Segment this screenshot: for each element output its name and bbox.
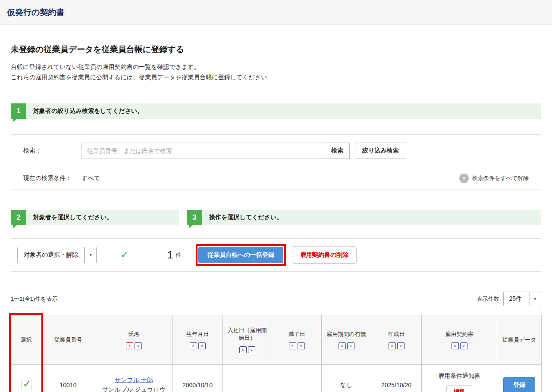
clear-search-conditions-button[interactable]: ✕ 検索条件をすべて解除 <box>459 174 529 183</box>
cell-employee-number: 10010 <box>41 364 95 392</box>
selected-count-unit: 件 <box>176 251 181 259</box>
action-panel: 対象者の選択・解除 ▼ ✓ 1 件 従業員台帳への一括登録 雇用契約書の削除 <box>11 238 541 272</box>
sort-asc-icon[interactable]: ∧ <box>389 342 396 349</box>
register-employee-button[interactable]: 登録 <box>503 377 535 392</box>
results-info-row: 1〜1(全1)件を表示 表示件数 25件 ▼ <box>11 292 541 306</box>
sort-asc-icon[interactable]: ∧ <box>239 346 247 353</box>
sort-desc-icon[interactable]: ∨ <box>198 342 206 349</box>
header-employee-number-label: 従業員番号 <box>54 336 82 343</box>
delete-contract-button[interactable]: 雇用契約書の削除 <box>292 246 357 264</box>
header-select-label: 選択 <box>21 336 32 343</box>
section-heading: 未登録の従業員データを従業員台帳に登録する <box>11 44 541 55</box>
selected-count: 1 <box>167 250 173 260</box>
cell-expiry-date <box>272 364 322 392</box>
header-employee-data: 従業員データ <box>497 315 542 364</box>
header-employee-number: 従業員番号 <box>41 315 95 364</box>
search-label: 検索： <box>23 147 82 155</box>
select-deselect-dropdown-label: 対象者の選択・解除 <box>17 247 85 263</box>
step2-bar: 2 対象者を選択してください。 <box>11 210 179 225</box>
bulk-register-button[interactable]: 従業員台帳への一括登録 <box>198 247 283 263</box>
header-name: 氏名 ∧ ∨ <box>95 315 173 364</box>
sort-controls-birth-date: ∧ ∨ <box>176 342 220 349</box>
current-condition-label: 現在の検索条件： <box>23 174 82 182</box>
step3-bar: 3 操作を選択してください。 <box>187 210 541 225</box>
row-checkbox[interactable]: ✓ <box>21 380 31 390</box>
header-created-date-label: 作成日 <box>374 330 419 338</box>
sort-asc-icon[interactable]: ∧ <box>452 342 459 349</box>
sort-desc-icon[interactable]: ∨ <box>135 342 142 349</box>
contract-doc-name: 雇用条件通知書 <box>424 372 494 380</box>
filter-search-button[interactable]: 絞り込み検索 <box>355 143 406 159</box>
sort-desc-icon[interactable]: ∨ <box>347 342 354 349</box>
chevron-down-icon[interactable]: ▼ <box>529 292 541 306</box>
contracts-table: 選択 従業員番号 氏名 ∧ ∨ 生年月日 <box>11 315 542 392</box>
per-page-control: 表示件数 25件 ▼ <box>477 292 541 306</box>
sort-asc-icon[interactable]: ∧ <box>339 342 346 349</box>
header-expiry-date-label: 満了日 <box>275 330 319 338</box>
sort-desc-icon[interactable]: ∨ <box>248 346 255 353</box>
cell-contract-doc: 雇用条件通知書 編集 <box>422 364 497 392</box>
select-deselect-dropdown[interactable]: 対象者の選択・解除 ▼ <box>17 247 97 263</box>
sort-controls-name: ∧ ∨ <box>98 342 170 349</box>
cell-employment-period: なし <box>322 364 371 392</box>
sort-controls-employment-period: ∧ ∨ <box>324 342 368 349</box>
header-created-date: 作成日 ∧ ∨ <box>371 315 422 364</box>
chevron-down-icon[interactable]: ▼ <box>85 247 97 263</box>
sort-controls-hire-date: ∧ ∨ <box>225 346 269 353</box>
step3-label: 操作を選択してください。 <box>202 210 282 225</box>
per-page-dropdown[interactable]: 25件 ▼ <box>503 292 541 306</box>
sort-asc-icon[interactable]: ∧ <box>190 342 197 349</box>
current-condition-row: 現在の検索条件： すべて ✕ 検索条件をすべて解除 <box>11 167 541 190</box>
cell-hire-date <box>223 364 272 392</box>
header-employee-data-label: 従業員データ <box>502 336 536 343</box>
bulk-register-annotation-box: 従業員台帳への一括登録 <box>196 244 286 266</box>
header-contract-doc: 雇用契約書 ∧ ∨ <box>422 315 497 364</box>
header-expiry-date: 満了日 ∧ ∨ <box>272 315 322 364</box>
clear-circle-x-icon: ✕ <box>459 174 469 183</box>
header-hire-date-label: 入社日（雇用開始日） <box>225 327 269 342</box>
cell-birth-date: 2000/10/10 <box>173 364 223 392</box>
employee-name-link[interactable]: サンプル 十郎 <box>115 376 153 383</box>
header-hire-date: 入社日（雇用開始日） ∧ ∨ <box>223 315 272 364</box>
sort-desc-icon[interactable]: ∨ <box>298 342 305 349</box>
header-employment-period: 雇用期間の有無 ∧ ∨ <box>322 315 371 364</box>
main-content: 未登録の従業員データを従業員台帳に登録する 台帳に登録されていない従業員の雇用契… <box>0 44 552 392</box>
search-button[interactable]: 検索 <box>325 143 350 159</box>
search-input[interactable] <box>82 143 325 159</box>
selection-check-icon: ✓ <box>120 250 128 260</box>
header-employment-period-label: 雇用期間の有無 <box>324 330 368 338</box>
section-description: 台帳に登録されていない従業員の雇用契約書の一覧を確認できます。 これらの雇用契約… <box>11 62 541 83</box>
steps-row: 2 対象者を選択してください。 3 操作を選択してください。 <box>11 210 541 225</box>
search-panel: 検索： 検索 絞り込み検索 現在の検索条件： すべて ✕ 検索条件をすべて解除 <box>11 134 541 190</box>
header-contract-doc-label: 雇用契約書 <box>424 330 494 338</box>
results-range-text: 1〜1(全1)件を表示 <box>11 295 58 303</box>
contracts-table-wrap: 選択 従業員番号 氏名 ∧ ∨ 生年月日 <box>11 315 541 392</box>
page-header: 仮発行の契約書 <box>0 0 552 25</box>
search-row: 検索： 検索 絞り込み検索 <box>11 135 541 167</box>
step2-label: 対象者を選択してください。 <box>26 210 113 225</box>
step1-label: 対象者の絞り込み検索をしてください。 <box>26 103 143 119</box>
description-line-1: 台帳に登録されていない従業員の雇用契約書の一覧を確認できます。 <box>11 62 541 72</box>
edit-contract-button[interactable]: 編集 <box>446 385 472 392</box>
step3-number-badge: 3 <box>187 210 202 225</box>
cell-select: ✓ <box>11 364 41 392</box>
current-condition-value: すべて <box>82 174 100 182</box>
search-input-group: 検索 <box>82 143 350 159</box>
cell-name: サンプル 十郎 サンルプル ジュウロウ <box>95 364 173 392</box>
step1-bar: 1 対象者の絞り込み検索をしてください。 <box>11 103 541 119</box>
sort-controls-contract-doc: ∧ ∨ <box>424 342 494 349</box>
header-birth-date: 生年月日 ∧ ∨ <box>173 315 223 364</box>
step2-number-badge: 2 <box>11 210 26 225</box>
sort-controls-expiry-date: ∧ ∨ <box>275 342 319 349</box>
table-row: ✓ 10010 サンプル 十郎 サンルプル ジュウロウ 2000/10/10 な… <box>11 364 542 392</box>
sort-asc-icon[interactable]: ∧ <box>126 342 133 349</box>
sort-controls-created-date: ∧ ∨ <box>374 342 419 349</box>
sort-asc-icon[interactable]: ∧ <box>289 342 296 349</box>
header-birth-date-label: 生年月日 <box>176 330 220 338</box>
per-page-label: 表示件数 <box>477 295 499 303</box>
table-header-row: 選択 従業員番号 氏名 ∧ ∨ 生年月日 <box>11 315 542 364</box>
sort-desc-icon[interactable]: ∨ <box>397 342 405 349</box>
sort-desc-icon[interactable]: ∨ <box>460 342 467 349</box>
cell-created-date: 2025/10/20 <box>371 364 422 392</box>
header-name-label: 氏名 <box>98 330 170 338</box>
